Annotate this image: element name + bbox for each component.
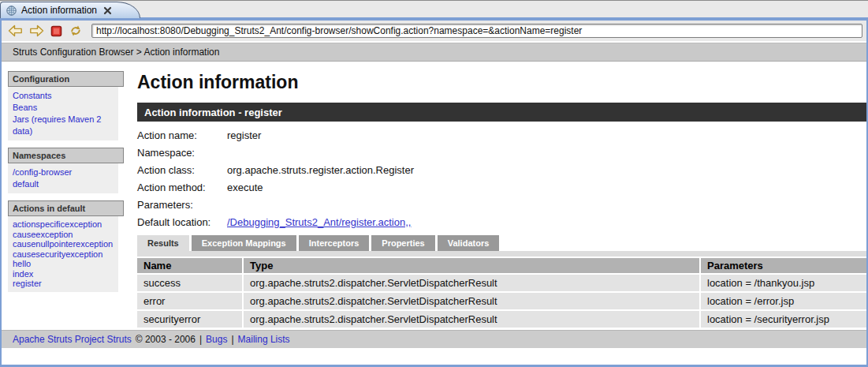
stop-button[interactable]: [50, 25, 62, 37]
active-tab-strip: [137, 251, 866, 257]
sidebar-link-index[interactable]: index: [13, 269, 115, 279]
globe-icon: [6, 6, 17, 16]
table-row: errororg.apache.struts2.dispatcher.Servl…: [137, 293, 866, 309]
field-value: org.apache.struts.register.action.Regist…: [227, 164, 414, 176]
sidebar-link-list: actionspecificexceptioncauseexceptioncau…: [8, 216, 118, 292]
sidebar-section-actions-in-default: Actions in defaultactionspecificexceptio…: [8, 200, 125, 292]
table-cell: location = /securityerror.jsp: [701, 311, 866, 328]
field-label: Action class:: [137, 164, 227, 176]
sidebar-section-title: Configuration: [8, 71, 124, 87]
editor-tab-bar: Action information: [0, 0, 868, 17]
section-header: Action information - register: [137, 103, 866, 122]
page-content: ConfigurationConstantsBeansJars (require…: [2, 62, 866, 330]
field-row-action-name: Action name:register: [137, 126, 866, 144]
table-cell: success: [137, 275, 242, 291]
tab-title: Action information: [21, 5, 97, 16]
footer-link-apache-struts-project-struts[interactable]: Apache Struts Project Struts: [13, 334, 132, 345]
table-cell: location = /thankyou.jsp: [701, 275, 866, 291]
footer-text: |: [199, 334, 202, 345]
field-label: Action method:: [137, 182, 227, 193]
detail-tabs: ResultsException MappingsInterceptorsPro…: [137, 235, 866, 251]
results-table: NameTypeParameters successorg.apache.str…: [136, 257, 866, 329]
sidebar-link-causesecurityexception[interactable]: causesecurityexception: [13, 249, 115, 260]
view-frame: Struts Configuration Browser > Action in…: [0, 21, 868, 367]
main-panel: Action information Action information - …: [125, 62, 866, 330]
footer-link-bugs[interactable]: Bugs: [206, 334, 227, 345]
sidebar-section-namespaces: Namespaces/config-browserdefault: [8, 148, 125, 193]
field-row-namespace: Namespace:: [137, 144, 866, 161]
sidebar: ConfigurationConstantsBeansJars (require…: [2, 62, 125, 330]
field-row-action-class: Action class:org.apache.struts.register.…: [137, 161, 866, 178]
table-cell: org.apache.struts2.dispatcher.ServletDis…: [244, 293, 699, 309]
field-label: Default location:: [137, 216, 227, 228]
tab-validators[interactable]: Validators: [438, 235, 500, 251]
field-value: execute: [227, 182, 263, 193]
table-cell: securityerror: [137, 311, 242, 328]
tab-action-information[interactable]: Action information: [0, 2, 140, 18]
refresh-button[interactable]: [69, 24, 83, 37]
table-cell: org.apache.struts2.dispatcher.ServletDis…: [244, 275, 699, 291]
sidebar-section-title: Namespaces: [8, 148, 124, 163]
table-header-row: NameTypeParameters: [137, 258, 866, 273]
sidebar-link-default[interactable]: default: [13, 178, 115, 190]
table-row: successorg.apache.struts2.dispatcher.Ser…: [137, 275, 866, 291]
sidebar-link-causenullpointerexception[interactable]: causenullpointerexception: [13, 239, 115, 249]
browser-toolbar: [2, 21, 866, 41]
sidebar-section-configuration: ConfigurationConstantsBeansJars (require…: [8, 71, 125, 140]
sidebar-link-list: ConstantsBeansJars (requires Maven 2 dat…: [8, 87, 118, 140]
sidebar-link-actionspecificexception[interactable]: actionspecificexception: [13, 219, 115, 230]
table-cell: error: [137, 293, 242, 309]
table-cell: org.apache.struts2.dispatcher.ServletDis…: [244, 311, 699, 328]
tab-results[interactable]: Results: [137, 235, 189, 251]
back-button[interactable]: [8, 24, 23, 37]
sidebar-link-hello[interactable]: hello: [13, 259, 115, 269]
url-input[interactable]: [91, 24, 862, 38]
footer: Apache Struts Project Struts© 2003 - 200…: [2, 330, 866, 348]
sidebar-link-register[interactable]: register: [13, 279, 115, 289]
sidebar-section-title: Actions in default: [8, 200, 124, 216]
field-label: Action name:: [137, 129, 227, 141]
tab-properties[interactable]: Properties: [371, 235, 434, 251]
table-row: securityerrororg.apache.struts2.dispatch…: [137, 311, 866, 328]
forward-button[interactable]: [29, 24, 44, 37]
sidebar-link-beans[interactable]: Beans: [13, 102, 115, 114]
browser-view: Action information: [0, 0, 868, 367]
footer-text: |: [231, 334, 233, 345]
sidebar-link-jars-requires-maven-2-data[interactable]: Jars (requires Maven 2 data): [13, 114, 115, 137]
sidebar-link-list: /config-browserdefault: [8, 163, 118, 193]
field-row-parameters: Parameters:: [137, 196, 866, 213]
sidebar-link-causeexception[interactable]: causeexception: [13, 230, 115, 240]
sidebar-link-config-browser[interactable]: /config-browser: [13, 167, 115, 178]
page-title: Action information: [137, 72, 866, 93]
breadcrumb: Struts Configuration Browser > Action in…: [2, 43, 866, 62]
field-value: register: [227, 129, 261, 141]
field-label: Namespace:: [137, 147, 227, 159]
sidebar-link-constants[interactable]: Constants: [13, 90, 115, 102]
column-header-parameters: Parameters: [701, 258, 866, 273]
action-detail-fields: Action name:registerNamespace:Action cla…: [137, 126, 866, 230]
field-row-default-location: Default location:/Debugging_Struts2_Ant/…: [137, 213, 866, 230]
footer-link-mailing-lists[interactable]: Mailing Lists: [238, 334, 290, 345]
field-label: Parameters:: [137, 199, 227, 211]
footer-text: © 2003 - 2006: [136, 334, 196, 345]
close-icon[interactable]: [103, 6, 112, 15]
column-header-type: Type: [244, 258, 699, 273]
table-cell: location = /error.jsp: [701, 293, 866, 309]
field-value-link[interactable]: /Debugging_Struts2_Ant/register.action,,: [227, 216, 411, 228]
tab-exception-mappings[interactable]: Exception Mappings: [192, 235, 296, 251]
tab-interceptors[interactable]: Interceptors: [299, 235, 370, 251]
column-header-name: Name: [137, 258, 242, 273]
field-row-action-method: Action method:execute: [137, 178, 866, 196]
